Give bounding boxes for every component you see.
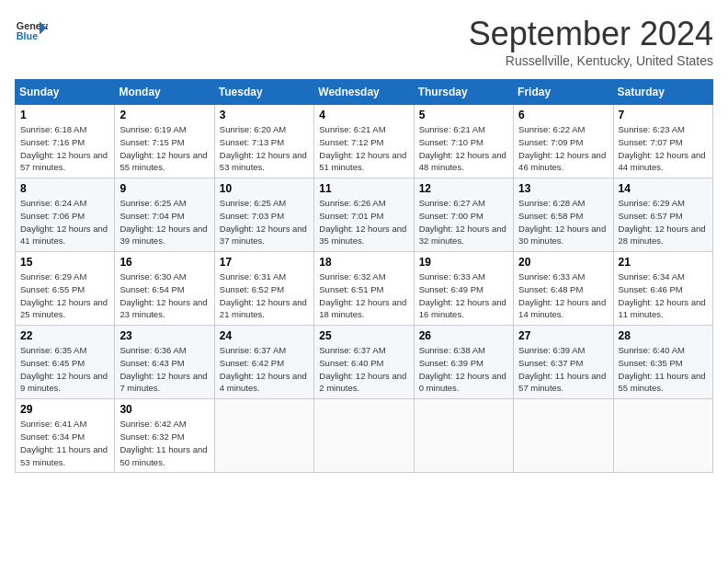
day-number: 28 — [619, 329, 708, 342]
calendar-cell: 2Sunrise: 6:19 AMSunset: 7:15 PMDaylight… — [115, 105, 214, 178]
day-info: Sunrise: 6:26 AMSunset: 7:01 PMDaylight:… — [319, 197, 408, 247]
calendar-cell — [514, 399, 613, 473]
calendar-header-row: SundayMondayTuesdayWednesdayThursdayFrid… — [16, 80, 713, 105]
day-number: 12 — [419, 182, 508, 195]
day-info: Sunrise: 6:21 AMSunset: 7:12 PMDaylight:… — [319, 123, 408, 174]
calendar-cell: 5Sunrise: 6:21 AMSunset: 7:10 PMDaylight… — [414, 105, 513, 178]
calendar-cell — [214, 399, 313, 473]
calendar-cell: 29Sunrise: 6:41 AMSunset: 6:34 PMDayligh… — [16, 399, 115, 473]
calendar-cell: 23Sunrise: 6:36 AMSunset: 6:43 PMDayligh… — [115, 326, 214, 399]
day-info: Sunrise: 6:27 AMSunset: 7:00 PMDaylight:… — [419, 197, 508, 247]
day-info: Sunrise: 6:30 AMSunset: 6:54 PMDaylight:… — [119, 270, 209, 321]
day-info: Sunrise: 6:41 AMSunset: 6:34 PMDaylight:… — [20, 418, 109, 468]
svg-text:Blue: Blue — [17, 30, 38, 41]
calendar-week-row: 1Sunrise: 6:18 AMSunset: 7:16 PMDaylight… — [16, 105, 713, 178]
day-number: 27 — [518, 329, 608, 342]
day-number: 22 — [20, 329, 109, 342]
calendar-cell — [314, 399, 414, 473]
day-info: Sunrise: 6:19 AMSunset: 7:15 PMDaylight:… — [119, 123, 209, 174]
calendar-cell: 30Sunrise: 6:42 AMSunset: 6:32 PMDayligh… — [115, 399, 214, 473]
calendar-week-row: 22Sunrise: 6:35 AMSunset: 6:45 PMDayligh… — [16, 326, 713, 399]
day-info: Sunrise: 6:18 AMSunset: 7:16 PMDaylight:… — [20, 123, 109, 174]
month-title: September 2024 — [469, 15, 713, 53]
day-info: Sunrise: 6:20 AMSunset: 7:13 PMDaylight:… — [220, 123, 309, 174]
calendar-week-row: 15Sunrise: 6:29 AMSunset: 6:55 PMDayligh… — [16, 252, 713, 326]
day-info: Sunrise: 6:42 AMSunset: 6:32 PMDaylight:… — [119, 418, 209, 468]
col-header-tuesday: Tuesday — [214, 80, 313, 105]
day-number: 30 — [119, 403, 209, 416]
day-number: 4 — [319, 109, 408, 121]
calendar-cell: 9Sunrise: 6:25 AMSunset: 7:04 PMDaylight… — [115, 178, 214, 252]
title-block: September 2024 Russellville, Kentucky, U… — [469, 15, 713, 68]
day-info: Sunrise: 6:29 AMSunset: 6:55 PMDaylight:… — [20, 270, 109, 321]
calendar-cell: 12Sunrise: 6:27 AMSunset: 7:00 PMDayligh… — [414, 178, 513, 252]
day-info: Sunrise: 6:38 AMSunset: 6:39 PMDaylight:… — [419, 344, 508, 395]
calendar-cell: 13Sunrise: 6:28 AMSunset: 6:58 PMDayligh… — [514, 178, 613, 252]
day-info: Sunrise: 6:37 AMSunset: 6:40 PMDaylight:… — [319, 344, 408, 395]
calendar-week-row: 29Sunrise: 6:41 AMSunset: 6:34 PMDayligh… — [16, 399, 713, 473]
day-number: 21 — [619, 256, 708, 269]
day-number: 1 — [20, 109, 109, 121]
day-number: 25 — [319, 329, 408, 342]
calendar-cell: 14Sunrise: 6:29 AMSunset: 6:57 PMDayligh… — [613, 178, 712, 252]
day-info: Sunrise: 6:33 AMSunset: 6:48 PMDaylight:… — [518, 270, 608, 321]
col-header-thursday: Thursday — [414, 80, 513, 105]
calendar-cell: 17Sunrise: 6:31 AMSunset: 6:52 PMDayligh… — [214, 252, 313, 326]
calendar-cell — [613, 399, 712, 473]
day-number: 15 — [20, 256, 109, 269]
location-subtitle: Russellville, Kentucky, United States — [469, 53, 713, 68]
day-number: 20 — [518, 256, 608, 269]
calendar-cell: 1Sunrise: 6:18 AMSunset: 7:16 PMDaylight… — [16, 105, 115, 178]
day-number: 14 — [619, 182, 708, 195]
logo: General Blue — [15, 15, 48, 48]
day-number: 24 — [220, 329, 309, 342]
day-number: 17 — [220, 256, 309, 269]
day-number: 16 — [119, 256, 209, 269]
calendar-cell: 16Sunrise: 6:30 AMSunset: 6:54 PMDayligh… — [115, 252, 214, 326]
day-number: 9 — [119, 182, 209, 195]
day-number: 5 — [419, 109, 508, 121]
day-info: Sunrise: 6:35 AMSunset: 6:45 PMDaylight:… — [20, 344, 109, 395]
day-number: 8 — [20, 182, 109, 195]
calendar-cell: 22Sunrise: 6:35 AMSunset: 6:45 PMDayligh… — [16, 326, 115, 399]
day-number: 26 — [419, 329, 508, 342]
day-info: Sunrise: 6:25 AMSunset: 7:03 PMDaylight:… — [220, 197, 309, 247]
col-header-monday: Monday — [115, 80, 214, 105]
day-number: 29 — [20, 403, 109, 416]
calendar-cell: 24Sunrise: 6:37 AMSunset: 6:42 PMDayligh… — [214, 326, 313, 399]
day-info: Sunrise: 6:39 AMSunset: 6:37 PMDaylight:… — [518, 344, 608, 395]
day-info: Sunrise: 6:21 AMSunset: 7:10 PMDaylight:… — [419, 123, 508, 174]
calendar-cell: 3Sunrise: 6:20 AMSunset: 7:13 PMDaylight… — [214, 105, 313, 178]
col-header-sunday: Sunday — [16, 80, 115, 105]
day-number: 18 — [319, 256, 408, 269]
page-header: General Blue September 2024 Russellville… — [15, 15, 713, 68]
calendar-cell: 27Sunrise: 6:39 AMSunset: 6:37 PMDayligh… — [514, 326, 613, 399]
day-info: Sunrise: 6:40 AMSunset: 6:35 PMDaylight:… — [619, 344, 708, 395]
day-info: Sunrise: 6:29 AMSunset: 6:57 PMDaylight:… — [619, 197, 708, 247]
day-info: Sunrise: 6:36 AMSunset: 6:43 PMDaylight:… — [119, 344, 209, 395]
calendar-cell: 11Sunrise: 6:26 AMSunset: 7:01 PMDayligh… — [314, 178, 414, 252]
day-info: Sunrise: 6:34 AMSunset: 6:46 PMDaylight:… — [619, 270, 708, 321]
day-info: Sunrise: 6:22 AMSunset: 7:09 PMDaylight:… — [518, 123, 608, 174]
col-header-saturday: Saturday — [613, 80, 712, 105]
calendar-cell — [414, 399, 513, 473]
calendar-cell: 15Sunrise: 6:29 AMSunset: 6:55 PMDayligh… — [16, 252, 115, 326]
calendar-cell: 20Sunrise: 6:33 AMSunset: 6:48 PMDayligh… — [514, 252, 613, 326]
day-info: Sunrise: 6:24 AMSunset: 7:06 PMDaylight:… — [20, 197, 109, 247]
calendar-cell: 8Sunrise: 6:24 AMSunset: 7:06 PMDaylight… — [16, 178, 115, 252]
day-number: 6 — [518, 109, 608, 121]
day-info: Sunrise: 6:37 AMSunset: 6:42 PMDaylight:… — [220, 344, 309, 395]
col-header-friday: Friday — [514, 80, 613, 105]
calendar-week-row: 8Sunrise: 6:24 AMSunset: 7:06 PMDaylight… — [16, 178, 713, 252]
day-number: 10 — [220, 182, 309, 195]
calendar-cell: 10Sunrise: 6:25 AMSunset: 7:03 PMDayligh… — [214, 178, 313, 252]
calendar-cell: 18Sunrise: 6:32 AMSunset: 6:51 PMDayligh… — [314, 252, 414, 326]
day-number: 19 — [419, 256, 508, 269]
calendar-table: SundayMondayTuesdayWednesdayThursdayFrid… — [15, 79, 713, 473]
day-number: 11 — [319, 182, 408, 195]
day-number: 7 — [619, 109, 708, 121]
day-info: Sunrise: 6:32 AMSunset: 6:51 PMDaylight:… — [319, 270, 408, 321]
day-info: Sunrise: 6:31 AMSunset: 6:52 PMDaylight:… — [220, 270, 309, 321]
day-info: Sunrise: 6:23 AMSunset: 7:07 PMDaylight:… — [619, 123, 708, 174]
calendar-cell: 6Sunrise: 6:22 AMSunset: 7:09 PMDaylight… — [514, 105, 613, 178]
